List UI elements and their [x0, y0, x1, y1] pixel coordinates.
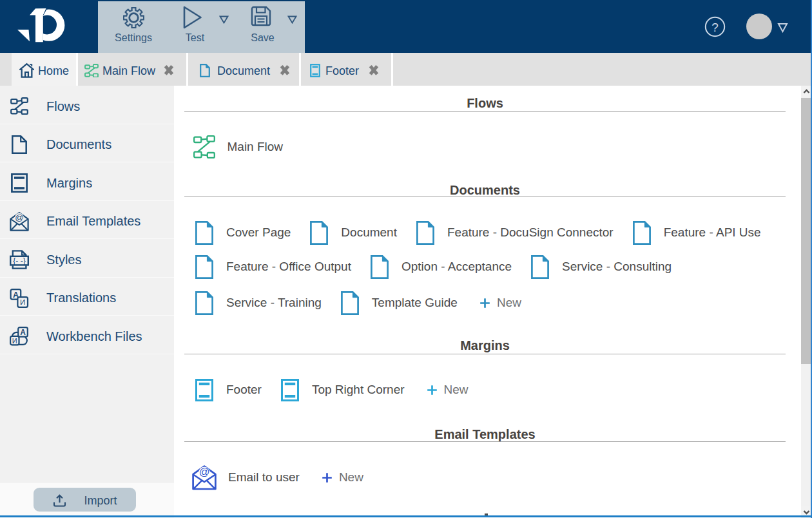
svg-text:@: @ — [15, 213, 24, 222]
svg-text:И: И — [12, 337, 17, 345]
svg-text:И: И — [20, 298, 25, 306]
svg-text:A: A — [20, 328, 26, 337]
svg-text:?: ? — [711, 21, 719, 34]
svg-text:{- -}: {- -} — [13, 256, 25, 265]
svg-text:@: @ — [199, 466, 210, 477]
